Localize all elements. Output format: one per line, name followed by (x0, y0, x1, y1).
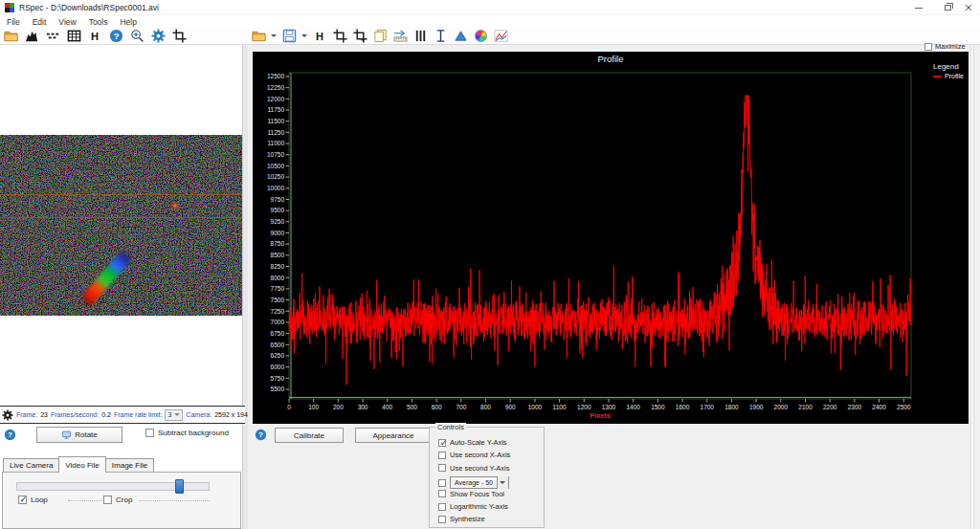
zoom-icon[interactable] (129, 29, 145, 44)
rotate-button[interactable]: Rotate (36, 427, 122, 443)
control-logarithmic-y-axis[interactable]: Logarithmic Y-axis (438, 502, 508, 511)
histogram-stretch-icon[interactable]: H (87, 29, 102, 44)
menu-tools[interactable]: Tools (87, 17, 110, 27)
y-tick-label: 10500 (267, 163, 284, 169)
help-icon[interactable] (255, 429, 267, 441)
grid-icon[interactable] (66, 29, 81, 44)
open-dropdown-icon[interactable] (271, 34, 277, 37)
y-tick-label: 6750 (271, 330, 285, 337)
chart-plot-area[interactable]: 1250012250120001175011500112501100010750… (253, 52, 969, 424)
profile-chart[interactable]: Profile 12500122501200011750115001125011… (253, 52, 969, 424)
crop-icon[interactable] (171, 29, 187, 44)
checkbox[interactable] (438, 452, 446, 459)
open-folder-icon[interactable] (3, 29, 18, 44)
calibrate-ruler-icon[interactable] (392, 29, 408, 44)
open-folder-icon[interactable] (251, 29, 266, 44)
toolbar-right: H (251, 28, 508, 44)
x-tick-label: 200 (333, 404, 344, 410)
checkbox[interactable] (145, 429, 154, 437)
controls-group-title: Controls (435, 423, 466, 431)
close-icon[interactable] (957, 0, 980, 15)
y-tick-label: 6500 (271, 342, 285, 348)
video-image-view[interactable] (0, 135, 242, 316)
rate-limit-label: Frame rate limit: (114, 411, 163, 418)
appearance-button[interactable]: Appearance (355, 428, 432, 443)
y-tick-label: 11250 (267, 129, 284, 136)
settings-gear-icon[interactable] (150, 29, 166, 44)
fps-value: 0.2 (101, 411, 111, 418)
histogram-icon[interactable] (24, 29, 39, 44)
restore-button[interactable] (936, 0, 959, 15)
tab-image-file[interactable]: Image File (105, 458, 154, 473)
checkbox[interactable] (438, 439, 446, 447)
average-select[interactable]: Average - 50 (450, 476, 509, 489)
crop-icon[interactable] (332, 29, 347, 44)
y-tick-label: 8750 (271, 240, 285, 247)
checkbox[interactable] (438, 490, 446, 497)
x-tick-label: 300 (358, 404, 368, 410)
x-tick-label: 600 (432, 404, 442, 410)
control-show-focus-tool[interactable]: Show Focus Tool (438, 490, 504, 498)
save-icon[interactable] (281, 29, 297, 44)
slider-thumb[interactable] (175, 479, 184, 494)
plot-frame (289, 73, 911, 399)
tab-live-camera[interactable]: Live Camera (3, 458, 59, 473)
settings-gear-icon[interactable] (2, 409, 13, 421)
y-tick-label: 6000 (271, 364, 285, 370)
help-icon[interactable] (108, 29, 123, 44)
control-use-second-x-axis[interactable]: Use second X-Axis (438, 451, 510, 459)
camera-label: Camera: (186, 411, 212, 418)
subtract-background-checkbox[interactable]: Subtract background (145, 429, 229, 437)
reticle-dots-icon[interactable] (45, 29, 60, 44)
checkbox[interactable] (438, 503, 446, 511)
x-tick-label: 1600 (676, 404, 690, 410)
frame-label: Frame: (16, 411, 37, 418)
x-tick-label: 1800 (724, 404, 739, 410)
peak-triangle-icon[interactable] (453, 29, 468, 44)
vertical-range-icon[interactable] (433, 29, 448, 44)
checkbox[interactable] (103, 496, 112, 504)
calibrate-button[interactable]: Calibrate (275, 428, 344, 443)
frame-rate-select[interactable]: 3 (165, 409, 183, 421)
menu-file[interactable]: File (5, 17, 22, 27)
y-tick-label: 10750 (267, 151, 284, 158)
checkbox[interactable] (438, 464, 446, 472)
y-tick-label: 9000 (271, 230, 285, 236)
checkbox[interactable] (18, 496, 27, 504)
loop-checkbox[interactable]: Loop (18, 496, 48, 504)
y-tick-label: 8250 (271, 263, 285, 270)
chart-icon[interactable] (493, 29, 508, 44)
color-wheel-icon[interactable] (473, 29, 488, 44)
menu-help[interactable]: Help (118, 17, 138, 27)
x-tick-label: 1100 (553, 404, 567, 410)
control-auto-scale-y-axis[interactable]: Auto-Scale Y-Axis (438, 438, 507, 447)
maximize-checkbox[interactable]: Maximize (924, 42, 966, 51)
crop-checkbox[interactable]: Crop (103, 496, 132, 504)
y-tick-label: 7750 (271, 285, 285, 292)
checkbox[interactable] (924, 43, 932, 51)
histogram-stretch-icon[interactable]: H (312, 29, 327, 44)
control-synthesize[interactable]: Synthesize (438, 515, 485, 523)
menu-edit[interactable]: Edit (31, 17, 49, 27)
binning-columns-icon[interactable] (412, 29, 428, 44)
control-average-50[interactable]: Average - 50 (438, 476, 509, 489)
checkbox[interactable] (438, 479, 446, 487)
tab-video-file[interactable]: Video File (58, 456, 105, 473)
starfield-noise (0, 135, 242, 316)
right-splitter[interactable] (970, 45, 974, 529)
crop-add-icon[interactable] (352, 29, 368, 44)
subtract-background-label: Subtract background (158, 429, 229, 437)
minimize-button[interactable] (907, 0, 930, 15)
legend-swatch (933, 76, 942, 77)
copy-pages-icon[interactable] (372, 29, 388, 44)
x-axis-label: Pixels (289, 411, 911, 420)
x-tick-label: 1400 (626, 404, 640, 410)
help-icon[interactable] (4, 429, 16, 441)
control-use-second-y-axis[interactable]: Use second Y-Axis (438, 464, 510, 473)
save-dropdown-icon[interactable] (301, 34, 307, 37)
checkbox[interactable] (438, 516, 446, 523)
y-tick-label: 12500 (267, 73, 284, 79)
menu-view[interactable]: View (56, 17, 78, 27)
x-tick-label: 2000 (774, 404, 789, 410)
x-tick-label: 2100 (798, 404, 813, 410)
